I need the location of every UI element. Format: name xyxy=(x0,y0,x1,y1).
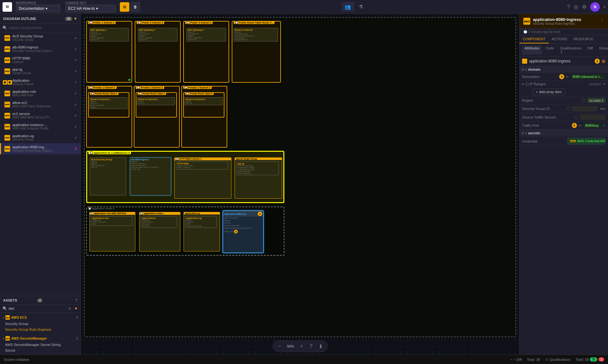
num-badge-3: 3 xyxy=(595,59,600,64)
item-name: alb-8080-ingress xyxy=(12,45,72,49)
public1-label: 🔲 Public 1 Subnet 1 xyxy=(88,21,116,24)
ip-ranges-chevron[interactable]: ▾ xyxy=(522,82,524,86)
sidebar-item-app-role[interactable]: aws application-role AWS IAM Role ✓ xyxy=(0,88,81,99)
asset-section-sm-header[interactable]: ▾ aws AWS SecretsManager 2 xyxy=(0,335,81,342)
tab-resource[interactable]: RESOURCE xyxy=(570,35,596,43)
filter-icon[interactable]: ▼ xyxy=(74,16,77,21)
sg-id-toggle[interactable] xyxy=(566,107,570,111)
traffic-port-value: 8080/tcp xyxy=(583,123,600,128)
color-swatch[interactable] xyxy=(522,59,527,64)
alb-sg-node[interactable]: ALB Security Group Ingress Region AWS Cr… xyxy=(90,157,126,195)
domain-section[interactable]: ▾ ≡ domain xyxy=(520,66,608,73)
diagram-canvas[interactable]: 🔲 Public 1 Subnet 1 NAT Gateway 1 Cloud … xyxy=(81,14,519,354)
panel-menu-button[interactable]: ⋮ xyxy=(600,17,604,22)
description-value: 8080 inbound to the... xyxy=(571,74,605,79)
route-internet2-node[interactable]: Route to Internet 2 Route VPC ID xyxy=(137,97,175,105)
sidebar-item-application[interactable]: ▣ ▣ Application Generic Frame ✓ xyxy=(0,77,81,88)
tab-component[interactable]: COMPONENT xyxy=(520,35,549,43)
qual-total-badge: Total: 36 35 1 xyxy=(576,357,604,361)
app-role-node[interactable]: application-role Statement AWS Credentia… xyxy=(91,216,132,226)
component-search-input[interactable] xyxy=(9,26,78,30)
assets-search-input[interactable] xyxy=(9,306,67,311)
asset-item-secret-string[interactable]: AWS SecretsManager Secret String xyxy=(0,342,81,348)
asset-item-sg-rule[interactable]: Security Group Rule (Ingress) xyxy=(0,327,81,332)
nat-gateway1-node[interactable]: NAT Gateway 1 Cloud IP Allocation ID Reg… xyxy=(89,28,129,42)
attr-tab-diff[interactable]: Diff xyxy=(585,46,595,54)
private-rt2-frame: 🔲 Private Route Table 2 Route to Interne… xyxy=(136,92,177,118)
diagram-btn[interactable]: ⊞ xyxy=(120,2,129,12)
source-traffic-toggle[interactable] xyxy=(574,115,578,119)
qual-badge: 1 xyxy=(560,50,562,54)
status-check-icon: ✓ xyxy=(74,125,77,129)
private1-frame: 🔲 Private 1 Subnet 1 🔲 Private Route Tab… xyxy=(86,86,132,148)
changeset-selector[interactable]: EC2 HA How-to ▾ xyxy=(65,5,116,12)
sidebar-item-alb-sg[interactable]: aws ALB Security Group Security Group ✓ xyxy=(0,32,81,43)
qualifications-badge[interactable]: ⚠ Qualifications xyxy=(545,357,571,361)
app-tg-node[interactable]: app-tg Target Group ARN Load Balancer AR… xyxy=(236,162,279,175)
status-check-icon: ✓ xyxy=(74,36,77,40)
tab-actions[interactable]: ACTIONS xyxy=(549,35,571,43)
zoom-in-button[interactable]: + xyxy=(298,342,306,350)
diff-badge[interactable]: ~ ~ Diff xyxy=(510,358,522,361)
asset-item-secret[interactable]: Secret xyxy=(0,348,81,353)
region-toggle[interactable] xyxy=(581,99,585,102)
route-internet3-node[interactable]: Route to Internet 3 Route VPC ID xyxy=(184,97,223,105)
app-sg-node[interactable]: application-sg Region VPC ID ARN Securit… xyxy=(185,216,217,228)
assets-help-icon[interactable]: ? xyxy=(75,298,77,303)
nat-gateway2-node[interactable]: NAT Gateway 2 Cloud IP Allocation ID Reg… xyxy=(138,28,178,42)
sidebar-item-app-8080-ing[interactable]: aws application-8080-ing... Security Gro… xyxy=(0,143,81,154)
users-nav-btn[interactable]: 👥 xyxy=(341,2,354,12)
sidebar-item-app-instance[interactable]: aws application-instance-... AWS IAM Ins… xyxy=(0,121,81,132)
attr-tab-debug[interactable]: Debug xyxy=(597,46,608,54)
ip-ranges-edit-icon[interactable]: ✎ xyxy=(603,82,605,86)
conn-dot xyxy=(128,79,130,81)
sidebar-item-http8080[interactable]: aws HTTP:8080 Listener ✓ xyxy=(0,54,81,66)
credential-value: aws AWS Credential AWS... xyxy=(567,138,605,144)
right-panel: aws application-8080-ingress Security Gr… xyxy=(519,14,608,354)
settings-icon[interactable]: ⚙ xyxy=(582,4,586,10)
secrets-label: secrets xyxy=(528,131,605,135)
app-instance-node[interactable]: app-instance Condition PerResource Princ… xyxy=(141,216,177,228)
description-edit-icon[interactable]: ✏ xyxy=(566,75,569,79)
route-internet1-node[interactable]: Route to Internet 1 Route VPC ID AWS Cre… xyxy=(89,97,127,109)
user-avatar[interactable]: N xyxy=(590,2,600,12)
nat-gateway3-node[interactable]: NAT Gateway 3 Cloud IP Allocation ID Reg… xyxy=(186,28,226,42)
attr-tab-attributes[interactable]: Attributes xyxy=(522,46,542,54)
help-button[interactable]: ? xyxy=(307,342,315,350)
sidebar-item-alb-8080[interactable]: aws alb-8080-ingress Security Group Rule… xyxy=(0,43,81,54)
sidebar-item-allow-ec2[interactable]: aws allow-ec2 AWS IAM Policy Statement ✓ xyxy=(0,99,81,110)
assets-header: ASSETS 4 ? xyxy=(0,296,81,305)
sidebar-item-ec2-service[interactable]: aws ec2 service AWS IAM AWS Service Pr..… xyxy=(0,110,81,121)
region-value: us-east-1 xyxy=(587,98,605,103)
sidebar-item-app-tg[interactable]: aws app-tg Target Group ✓ xyxy=(0,66,81,77)
delete-btn[interactable]: 🗑 xyxy=(131,2,140,12)
asset-section-ec2-header[interactable]: ▾ aws AWS EC2 2 xyxy=(0,314,81,321)
discord-icon[interactable]: ◎ xyxy=(574,4,578,10)
sidebar-item-app-sg[interactable]: aws application-sg Security Group ✓ xyxy=(0,132,81,143)
download-button[interactable]: ⬇ xyxy=(317,342,325,350)
traffic-port-edit-icon[interactable]: ✏ xyxy=(579,124,581,127)
source-traffic-value xyxy=(580,114,605,120)
clear-search-icon[interactable]: ✕ xyxy=(68,306,72,311)
asset-item-security-group[interactable]: Security Group xyxy=(0,321,81,327)
private2-group: 🔲 Private 2 Subnet 2 🔲 Private Route Tab… xyxy=(134,86,180,148)
add-array-item-button[interactable]: + Add array item xyxy=(532,89,565,95)
attr-tab-code[interactable]: Code xyxy=(543,46,556,54)
app-8080-ing-node-canvas[interactable]: application-8080-ing... 2 AWS Credential… xyxy=(223,210,264,253)
section-chevron: ▾ xyxy=(3,316,4,319)
alb-8080-ingress-node[interactable]: alb-8080-ingress Ingress AWS Credential … xyxy=(130,157,171,195)
public2-frame: 🔲 Public 2 Subnet 2 NAT Gateway 2 Cloud … xyxy=(135,21,181,83)
user-menu-chevron[interactable]: ▾ xyxy=(604,5,605,9)
help-icon[interactable]: ? xyxy=(567,4,570,10)
zoom-out-button[interactable]: − xyxy=(275,342,284,350)
secrets-section[interactable]: ▾ ≡ secrets xyxy=(520,130,608,137)
http8080-node[interactable]: HTTP:8080 Target Group ARN AWS Credentia… xyxy=(176,162,228,169)
attr-tab-qualifications[interactable]: Qualifications 1 xyxy=(558,46,584,54)
diagram-outline-header: DIAGRAM OUTLINE 36 ▼ xyxy=(0,14,81,24)
route-to-internet-node[interactable]: Route to Internet Routes Security Group … xyxy=(234,28,278,42)
assets-filter-icon[interactable]: ▼ xyxy=(74,306,78,311)
workspace-selector[interactable]: Documentation ▾ xyxy=(16,5,60,12)
expand-icon[interactable]: ⊞ xyxy=(602,59,605,64)
lab-nav-btn[interactable]: ⚗ xyxy=(355,2,366,12)
source-traffic-label: Source Traffic Securit... xyxy=(522,115,572,119)
